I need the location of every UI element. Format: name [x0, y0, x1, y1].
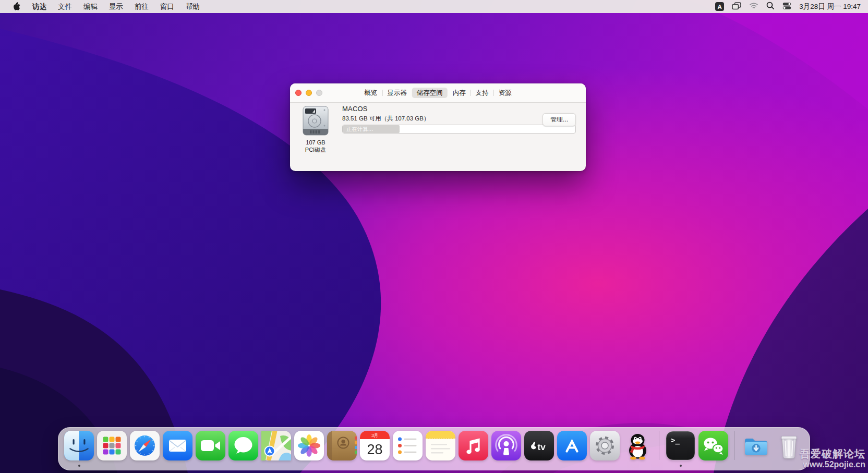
dock-icon-reminders[interactable] — [393, 431, 423, 460]
about-this-mac-window: 概览显示器储存空间内存支持资源 — [290, 83, 586, 171]
menu-file[interactable]: 文件 — [52, 3, 78, 10]
menu-bar: 访达文件编辑显示前往窗口帮助 A 3月28日 周一 19:47 — [0, 0, 868, 13]
dock-separator — [659, 431, 659, 460]
watermark-line1: 吾爱破解论坛 — [800, 448, 865, 460]
disk-type: PCI磁盘 — [295, 146, 336, 154]
dock-icon-tv[interactable]: tv — [524, 431, 554, 460]
apple-menu[interactable] — [9, 2, 23, 11]
menu-view[interactable]: 显示 — [103, 3, 129, 10]
menu-bar-status: A 3月28日 周一 19:47 — [715, 2, 868, 11]
menu-app[interactable]: 访达 — [27, 3, 52, 10]
menubar-clock[interactable]: 3月28日 周一 19:47 — [799, 2, 861, 11]
wifi-icon[interactable] — [749, 2, 758, 11]
dock-icon-music[interactable] — [459, 431, 488, 460]
dock-icon-terminal[interactable]: >_ — [666, 431, 695, 460]
close-button[interactable] — [295, 90, 302, 96]
dock-icon-safari[interactable] — [130, 431, 160, 460]
dock: 3月28tv>_ — [58, 427, 810, 470]
dock-icon-mail[interactable] — [163, 431, 192, 460]
window-titlebar[interactable]: 概览显示器储存空间内存支持资源 — [290, 83, 586, 103]
tab-resources[interactable]: 资源 — [494, 88, 516, 98]
dock-icon-wechat[interactable] — [698, 431, 728, 460]
dock-icon-messages[interactable] — [228, 431, 258, 460]
dock-icon-maps[interactable] — [261, 431, 291, 460]
hard-drive-icon — [302, 106, 329, 137]
disk-name: MACOS — [342, 105, 368, 113]
watermark-line2: www.52pojie.cn — [800, 460, 865, 469]
tab-displays[interactable]: 显示器 — [382, 88, 412, 98]
wallpaper — [0, 0, 868, 473]
disk-summary: 107 GB PCI磁盘 — [295, 106, 336, 154]
dock-icon-qq[interactable] — [623, 431, 653, 460]
dock-icon-finder[interactable] — [64, 431, 94, 460]
manage-button[interactable]: 管理... — [542, 113, 576, 126]
storage-panel: 107 GB PCI磁盘 MACOS 83.51 GB 可用（共 107.03 … — [290, 103, 586, 171]
control-center-icon[interactable] — [782, 2, 791, 11]
desktop: 访达文件编辑显示前往窗口帮助 A 3月28日 周一 19:47 — [0, 0, 868, 473]
dock-icon-downloads[interactable] — [741, 431, 771, 460]
zoom-button-disabled — [316, 90, 322, 96]
spotlight-search-icon[interactable] — [766, 2, 775, 11]
svg-text:28: 28 — [367, 442, 382, 457]
dock-separator — [734, 431, 735, 460]
minimize-button[interactable] — [306, 90, 312, 96]
traffic-lights — [295, 90, 322, 96]
input-method-badge[interactable]: A — [715, 2, 724, 11]
dock-icon-photos[interactable] — [294, 431, 324, 460]
calculating-label: 正在计算... — [343, 126, 373, 133]
tab-memory[interactable]: 内存 — [448, 88, 471, 98]
tab-overview[interactable]: 概览 — [359, 88, 382, 98]
stage-manager-icon[interactable] — [732, 2, 741, 11]
tab-storage[interactable]: 储存空间 — [412, 88, 448, 98]
apple-logo-icon — [13, 2, 20, 11]
dock-icon-appstore[interactable] — [557, 431, 587, 460]
menu-edit[interactable]: 编辑 — [78, 3, 103, 10]
dock-icon-system-preferences[interactable] — [590, 431, 620, 460]
watermark: 吾爱破解论坛 www.52pojie.cn — [800, 448, 865, 469]
dock-icon-facetime[interactable] — [196, 431, 225, 460]
menu-help[interactable]: 帮助 — [180, 3, 206, 10]
tab-support[interactable]: 支持 — [471, 88, 493, 98]
svg-text:>_: >_ — [671, 436, 680, 445]
dock-icon-contacts[interactable] — [327, 431, 357, 460]
about-tabs: 概览显示器储存空间内存支持资源 — [359, 88, 516, 98]
svg-text:tv: tv — [538, 442, 546, 452]
dock-icon-notes[interactable] — [426, 431, 455, 460]
menu-bar-left: 访达文件编辑显示前往窗口帮助 — [0, 2, 206, 11]
calculating-segment: 正在计算... — [343, 125, 400, 133]
menu-go[interactable]: 前往 — [129, 3, 154, 10]
storage-progress-bar: 正在计算... — [342, 125, 576, 134]
disk-available-text: 83.51 GB 可用（共 107.03 GB） — [342, 115, 429, 123]
menu-window[interactable]: 窗口 — [154, 3, 180, 10]
dock-icon-launchpad[interactable] — [97, 431, 127, 460]
disk-capacity: 107 GB — [295, 139, 336, 145]
dock-icon-calendar[interactable]: 3月28 — [360, 431, 390, 460]
dock-icon-podcasts[interactable] — [491, 431, 521, 460]
app-menus: 访达文件编辑显示前往窗口帮助 — [27, 2, 206, 11]
svg-text:3月: 3月 — [371, 433, 378, 438]
